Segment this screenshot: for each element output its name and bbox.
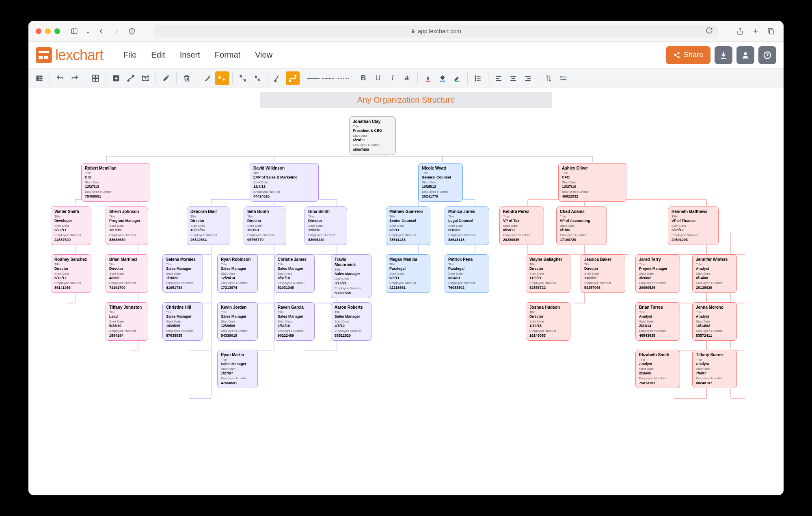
add-node-tool[interactable] xyxy=(109,71,123,85)
collapse-tool[interactable] xyxy=(251,71,264,85)
app-logo[interactable]: lexchart xyxy=(36,47,103,64)
menu-file[interactable]: File xyxy=(123,50,136,60)
underline-tool[interactable]: U xyxy=(371,71,385,85)
expand-tool[interactable] xyxy=(236,71,250,85)
panel-toggle-tool[interactable] xyxy=(32,71,46,85)
org-node-cjames[interactable]: Christie JamesTitleSales ManagerStart Da… xyxy=(274,254,315,293)
share-button[interactable]: Share xyxy=(666,46,710,64)
svg-rect-3 xyxy=(412,31,414,33)
tabs-overview-icon[interactable] xyxy=(766,26,776,37)
solid-line-tool[interactable] xyxy=(307,71,320,85)
org-node-sjohnson[interactable]: Sherri JohnsonTitleProgram ManagerStart … xyxy=(106,206,148,245)
org-node-gc[interactable]: Nicole WyattTitleGeneral CounselStart Da… xyxy=(418,163,463,202)
org-node-mguerrero[interactable]: Mathew GuerreroTitleSenior CounselStart … xyxy=(386,206,430,245)
org-node-dblair[interactable]: Deborah BlairTitleDirectorStart Date10/3… xyxy=(187,206,229,245)
org-node-kperez[interactable]: Kendra PerezTitleVP of TaxStart Date8/23… xyxy=(499,206,544,245)
address-bar[interactable]: app.lexchart.com xyxy=(154,25,718,38)
minimize-window-button[interactable] xyxy=(45,28,51,34)
org-node-sbooth[interactable]: Seth BoothTitleDirectorStart Date12/1/01… xyxy=(244,206,286,245)
bold-tool[interactable]: B xyxy=(356,71,370,85)
org-node-kjordan[interactable]: Kevin JordanTitleSales ManagerStart Date… xyxy=(217,302,258,341)
fill-color-tool[interactable] xyxy=(436,71,449,85)
org-node-cio[interactable]: Robert McmillanTitleCIOStart Date12/27/1… xyxy=(81,163,150,202)
org-node-smorales[interactable]: Selena MoralesTitleSales ManagerStart Da… xyxy=(162,254,203,293)
org-node-rsanchez[interactable]: Rodney SanchezTitleDirectorStart Date3/1… xyxy=(51,254,91,293)
org-node-rmartin[interactable]: Ryan MartinTitleSales ManagerStart Date1… xyxy=(217,350,258,388)
svg-point-28 xyxy=(142,75,143,77)
back-button[interactable] xyxy=(96,26,106,37)
org-node-jhudson[interactable]: Joshua HudsonTitleDirectorStart Date1/19… xyxy=(526,302,570,341)
swap-horizontal-tool[interactable] xyxy=(556,71,570,85)
redo-tool[interactable] xyxy=(68,71,82,85)
share-label: Share xyxy=(684,51,703,59)
org-node-tsuarez[interactable]: Tiffany SuarezTitleAnalystStart Date7/5/… xyxy=(692,350,737,388)
page-title: Any Organization Structure xyxy=(260,92,552,108)
org-node-ppena[interactable]: Patrick PenaTitleParalegalStart Date8/24… xyxy=(445,254,489,293)
text-size-tool[interactable] xyxy=(400,71,414,85)
download-button[interactable] xyxy=(715,46,732,64)
org-node-cadams[interactable]: Chad AdamsTitleVP of AccountingStart Dat… xyxy=(556,206,607,245)
forward-button[interactable] xyxy=(111,26,122,37)
menu-format[interactable]: Format xyxy=(215,50,240,60)
delete-tool[interactable] xyxy=(180,71,194,85)
org-node-aroberts[interactable]: Aaron RobertsTitleSales ManagerStart Dat… xyxy=(331,302,371,341)
shield-icon[interactable] xyxy=(127,26,137,37)
border-color-tool[interactable] xyxy=(450,71,464,85)
org-node-mjones[interactable]: Monica JonesTitleLegal CounselStart Date… xyxy=(445,206,489,245)
italic-tool[interactable]: I xyxy=(386,71,400,85)
text-box-tool[interactable] xyxy=(138,71,152,85)
org-node-jmoreno[interactable]: Jenna MorenoTitleAnalystStart Date10/14/… xyxy=(692,302,737,341)
refresh-icon[interactable] xyxy=(706,27,713,35)
line-spacing-tool[interactable] xyxy=(471,71,485,85)
org-node-ceo[interactable]: Jonathan ClayTitlePresident & CEOStart D… xyxy=(349,116,396,155)
maximize-window-button[interactable] xyxy=(54,28,60,34)
menu-edit[interactable]: Edit xyxy=(151,50,165,60)
new-tab-button[interactable]: + xyxy=(750,26,761,37)
rotate-vertical-tool[interactable] xyxy=(542,71,555,85)
org-node-evp[interactable]: David WilkinsonTitleEVP of Sales & Marke… xyxy=(250,163,319,202)
org-node-jwinters[interactable]: Jennifer WintersTitleAnalystStart Date6/… xyxy=(692,254,737,293)
org-node-kmatthews[interactable]: Kenneth MatthewsTitleVP of FinanceStart … xyxy=(668,206,719,245)
org-node-rrobinson[interactable]: Ryan RobinsonTitleSales ManagerStart Dat… xyxy=(217,254,258,293)
org-node-tmccormick[interactable]: Travis MccormickTitleSales ManagerStart … xyxy=(331,254,371,298)
dashed-line-tool[interactable] xyxy=(321,71,335,85)
help-button[interactable] xyxy=(758,46,776,64)
align-center-tool[interactable] xyxy=(506,71,520,85)
org-node-btorres[interactable]: Brian TorresTitleAnalystStart Date2/21/1… xyxy=(635,302,680,341)
align-left-tool[interactable] xyxy=(492,71,505,85)
account-button[interactable] xyxy=(736,46,754,64)
auto-layout-tool[interactable] xyxy=(215,71,229,85)
org-node-chill[interactable]: Christine HillTitleSales ManagerStart Da… xyxy=(162,302,203,341)
dotted-line-tool[interactable] xyxy=(336,71,350,85)
org-node-jterry[interactable]: Jared TerryTitleProject ManagerStart Dat… xyxy=(635,254,680,293)
org-node-bmartinez[interactable]: Brian MartinezTitleDirectorStart Date4/2… xyxy=(106,254,148,293)
magic-wand-tool[interactable] xyxy=(201,71,214,85)
org-node-wsmith[interactable]: Walter SmithTitleDeveloperStart Date9/29… xyxy=(51,206,91,245)
org-node-rgarcia[interactable]: Raven GarciaTitleSales ManagerStart Date… xyxy=(274,302,315,341)
chart-canvas[interactable]: Any Organization Structure xyxy=(28,88,784,495)
undo-tool[interactable] xyxy=(53,71,67,85)
elbow-connector-tool[interactable] xyxy=(286,71,300,85)
org-node-cfo[interactable]: Ashley OliverTitleCFOStart Date12/27/10E… xyxy=(558,163,627,202)
connector-tool[interactable] xyxy=(124,71,138,85)
browser-titlebar: ⌄ app.lexchart.com + xyxy=(28,21,784,42)
org-node-wgallagher[interactable]: Wayne GallagherTitleDirectorStart Date11… xyxy=(526,254,570,293)
org-node-gsmith[interactable]: Gina SmithTitleDirectorStart Date12/5/15… xyxy=(304,206,347,245)
text-color-tool[interactable] xyxy=(421,71,435,85)
curve-connector-tool[interactable] xyxy=(271,71,285,85)
org-node-jbaker[interactable]: Jessica BakerTitleDirectorStart Date11/2… xyxy=(581,254,625,293)
browser-window: ⌄ app.lexchart.com + lexchart File Edit … xyxy=(28,21,784,495)
close-window-button[interactable] xyxy=(36,28,41,34)
menu-view[interactable]: View xyxy=(255,50,272,60)
org-node-esmith[interactable]: Elizabeth SmithTitleAnalystStart Date2/1… xyxy=(635,350,680,388)
main-menu: File Edit Insert Format View xyxy=(123,50,272,60)
grid-tool[interactable] xyxy=(89,71,102,85)
org-node-tjohnston[interactable]: Tiffany JohnstonTitleLeadStart Date5/28/… xyxy=(106,302,148,341)
dropdown-icon[interactable]: ⌄ xyxy=(84,26,91,37)
menu-insert[interactable]: Insert xyxy=(180,50,200,60)
pencil-tool[interactable] xyxy=(159,71,173,85)
sidebar-toggle-icon[interactable] xyxy=(69,26,80,37)
org-node-mmedina[interactable]: Megan MedinaTitleParalegalStart Date9/2/… xyxy=(386,254,430,293)
share-browser-icon[interactable] xyxy=(735,26,745,37)
align-right-tool[interactable] xyxy=(521,71,535,85)
